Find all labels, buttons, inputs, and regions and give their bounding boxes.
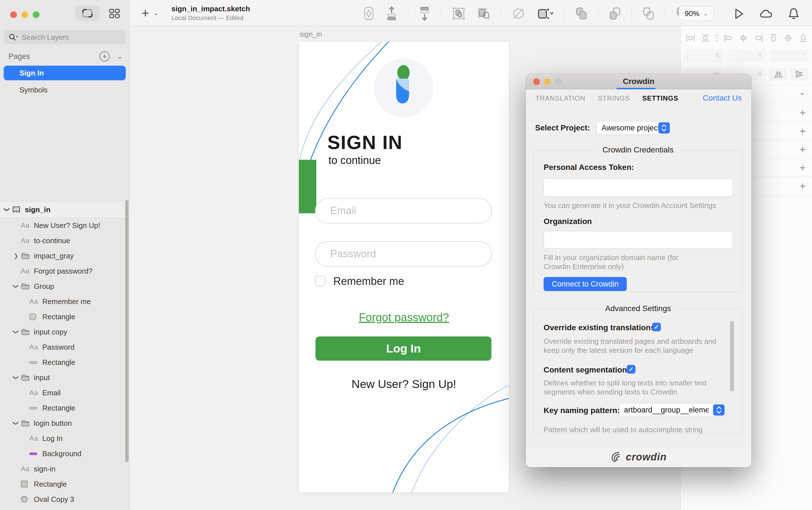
layer-row[interactable]: ❯input [0, 370, 129, 385]
layer-row[interactable]: AaNew User? Sign Up! [0, 218, 129, 233]
artboard-sign-in[interactable]: SIGN IN to continue Email Password Remem… [299, 42, 509, 492]
add-page-button[interactable]: + [99, 51, 110, 61]
add-style-button[interactable]: + [800, 125, 806, 137]
organization-input[interactable] [544, 231, 733, 248]
layer-row[interactable]: AaForgot password? [0, 264, 129, 279]
layer-row[interactable]: AaPassword [0, 339, 129, 355]
distribute-vertically-icon[interactable] [701, 33, 710, 42]
remember-me-checkbox[interactable] [315, 276, 325, 286]
layer-row[interactable]: Rectangle [0, 477, 129, 492]
dialog-close-button[interactable] [533, 78, 540, 85]
layer-row[interactable]: ❯impact_gray [0, 248, 129, 264]
layer-row[interactable]: ❯Group [0, 279, 129, 294]
components-view-toggle[interactable] [108, 7, 121, 20]
close-window-button[interactable] [10, 11, 17, 18]
boolean-intersect-icon[interactable] [642, 6, 655, 21]
project-select[interactable]: Awesome project [596, 121, 671, 135]
key-pattern-select[interactable]: artboard__group__elemer [619, 403, 726, 417]
layer-row[interactable]: Aasign-in [0, 461, 129, 477]
layer-row[interactable]: Background [0, 446, 129, 461]
layer-label: impact_gray [34, 251, 74, 260]
add-style-button[interactable]: + [800, 107, 806, 119]
green-accent-rectangle [299, 160, 316, 213]
document-title-block[interactable]: sign_in_impact.sketch Local Document — E… [171, 4, 250, 22]
layer-row[interactable]: ❯login button [0, 416, 129, 431]
email-field[interactable]: Email [315, 198, 492, 223]
add-style-button[interactable]: + [800, 143, 806, 155]
tab-strings[interactable]: STRINGS [598, 94, 630, 102]
artboard-label[interactable]: sign_in [300, 30, 322, 38]
move-backward-icon[interactable] [418, 6, 431, 21]
align-right-icon[interactable] [754, 33, 763, 42]
password-field[interactable]: Password [315, 241, 492, 267]
canvas-view-toggle[interactable] [76, 6, 99, 21]
chevron-down-icon[interactable]: ❯ [13, 418, 20, 428]
layer-row[interactable]: AaEmail [0, 385, 129, 400]
y-position-field[interactable]: Y [727, 49, 766, 62]
override-checkbox[interactable]: ✓ [652, 323, 661, 331]
flip-horizontal-button[interactable] [769, 68, 788, 80]
layer-label: input copy [34, 328, 67, 336]
chevron-right-icon[interactable]: ❯ [11, 252, 21, 259]
layer-row[interactable]: AaLog In [0, 431, 129, 446]
create-symbol-icon[interactable] [362, 6, 375, 21]
group-icon[interactable] [452, 6, 466, 21]
layer-row[interactable]: Rectangle [0, 355, 129, 370]
align-left-icon[interactable] [724, 33, 733, 42]
align-center-horizontal-icon[interactable] [739, 33, 748, 42]
layer-row[interactable]: AaRemember me [0, 294, 129, 309]
layer-artboard-header[interactable]: ❯sign_in [0, 202, 129, 218]
page-item-symbols[interactable]: Symbols [4, 83, 126, 97]
dialog-scrollbar[interactable] [730, 321, 734, 391]
move-forward-icon[interactable] [385, 6, 398, 21]
chevron-down-icon[interactable]: ⌄ [117, 52, 123, 60]
zoom-level-dropdown[interactable]: 90% ⌄ [679, 6, 714, 21]
search-layers-input[interactable]: Search Layers [4, 30, 126, 44]
dialog-titlebar[interactable]: Crowdin [526, 74, 751, 89]
sign-up-text[interactable]: New User? Sign Up! [299, 378, 509, 391]
page-item-sign-in[interactable]: Sign In [4, 66, 126, 80]
chevron-down-icon[interactable]: ❯ [13, 327, 20, 337]
x-position-field[interactable]: X [684, 49, 723, 62]
distribute-horizontally-icon[interactable] [686, 33, 695, 42]
add-style-button[interactable]: + [800, 162, 806, 174]
notifications-button[interactable] [787, 7, 800, 20]
tab-translation[interactable]: TRANSLATION [535, 94, 585, 102]
transform-icon[interactable] [512, 6, 526, 21]
layer-row[interactable]: Rectangle [0, 309, 129, 324]
layer-row[interactable]: Oval Copy 3 [0, 492, 129, 507]
text-layer-icon: Aa [29, 343, 38, 351]
add-style-button[interactable]: + [800, 180, 806, 192]
log-in-button[interactable]: Log In [316, 336, 491, 361]
chevron-down-icon[interactable]: ❯ [4, 205, 10, 214]
contact-us-link[interactable]: Contact Us [703, 94, 742, 102]
flip-vertical-button[interactable] [790, 68, 809, 80]
align-bottom-icon[interactable] [799, 33, 808, 42]
collapse-section-button[interactable]: ⌄ [799, 87, 806, 97]
sidebar-scrollbar[interactable] [125, 200, 128, 462]
align-middle-vertical-icon[interactable] [784, 33, 793, 42]
insert-menu[interactable]: + ⌄ [142, 6, 159, 20]
ungroup-icon[interactable] [476, 6, 491, 21]
layer-row[interactable]: Aato-continue [0, 233, 129, 248]
connect-to-crowdin-button[interactable]: Connect to Crowdin [544, 277, 627, 291]
minimize-window-button[interactable] [22, 11, 28, 18]
boolean-subtract-icon[interactable] [608, 6, 621, 21]
layer-row[interactable]: Rectangle [0, 400, 129, 416]
dialog-minimize-button[interactable] [544, 78, 551, 85]
align-top-icon[interactable] [768, 33, 778, 42]
cloud-sync-button[interactable] [759, 7, 773, 20]
rotation-field[interactable]: ° [769, 49, 809, 62]
preview-button[interactable] [732, 7, 746, 20]
token-input[interactable] [544, 178, 733, 197]
insert-artboard-icon[interactable] [536, 6, 554, 21]
zoom-window-button[interactable] [33, 11, 39, 18]
boolean-union-icon[interactable] [575, 6, 588, 21]
forgot-password-link[interactable]: Forgot password? [299, 311, 509, 324]
segmentation-checkbox[interactable]: ✓ [627, 365, 636, 373]
chevron-down-icon[interactable]: ❯ [13, 281, 20, 291]
chevron-down-icon[interactable]: ❯ [13, 373, 20, 382]
layer-row[interactable]: ❯input copy [0, 324, 129, 339]
tab-settings[interactable]: SETTINGS [642, 94, 678, 102]
more-options-icon[interactable] [716, 33, 718, 42]
